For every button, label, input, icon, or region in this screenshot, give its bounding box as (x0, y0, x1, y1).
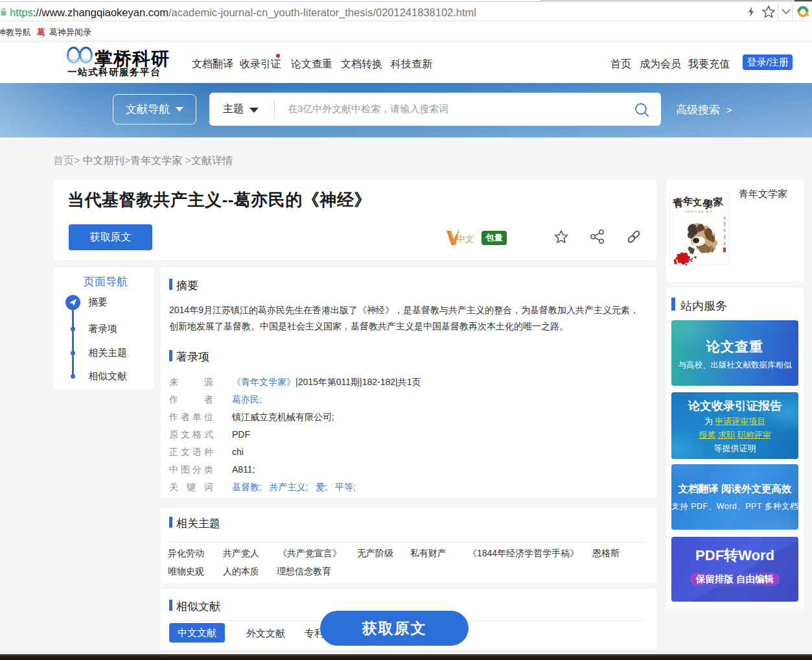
svg-text:中文: 中文 (457, 234, 474, 244)
svg-text:箴: 箴 (688, 234, 691, 239)
svg-text:學: 學 (702, 197, 714, 211)
svg-text:文: 文 (691, 196, 702, 207)
svg-text:年: 年 (682, 195, 693, 207)
